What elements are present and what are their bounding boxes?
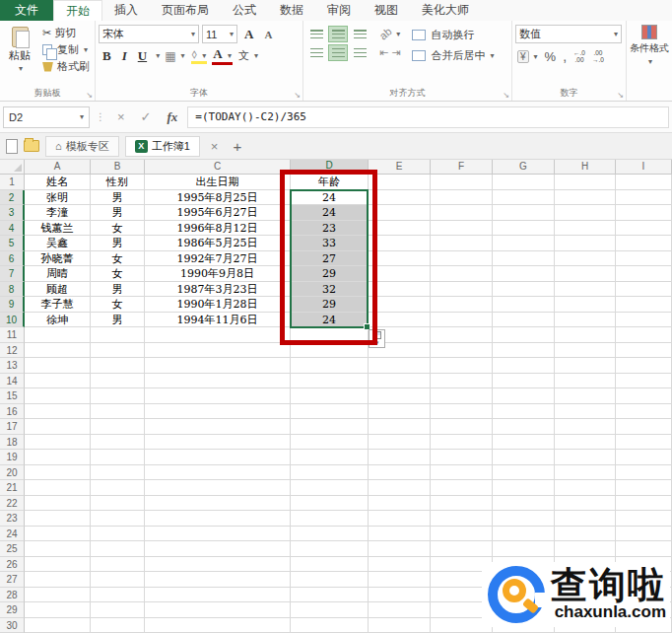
cell-G13[interactable] <box>493 358 555 374</box>
cell-H2[interactable] <box>555 190 616 206</box>
cell-I20[interactable] <box>616 465 672 481</box>
cell-I2[interactable] <box>616 190 672 206</box>
cell-C9[interactable]: 1990年1月28日 <box>145 297 291 313</box>
tab-page-layout[interactable]: 页面布局 <box>150 0 221 21</box>
clipboard-dialog-launcher[interactable]: ↘ <box>86 91 93 100</box>
cell-I16[interactable] <box>616 404 672 420</box>
row-header-3[interactable]: 3 <box>0 205 25 221</box>
cell-C23[interactable] <box>145 511 291 527</box>
cell-E3[interactable] <box>369 205 431 221</box>
cell-C1[interactable]: 出生日期 <box>145 175 291 190</box>
cell-D12[interactable] <box>291 343 369 359</box>
cell-C11[interactable] <box>145 327 291 343</box>
row-header-29[interactable]: 29 <box>0 602 25 618</box>
cell-B24[interactable] <box>91 527 145 542</box>
column-header-I[interactable]: I <box>616 160 672 175</box>
cell-G14[interactable] <box>493 374 555 389</box>
cell-F20[interactable] <box>431 465 493 481</box>
cell-G21[interactable] <box>493 480 555 496</box>
insert-function-button[interactable]: fx <box>162 109 184 125</box>
cell-F14[interactable] <box>431 374 493 389</box>
tab-beautify-master[interactable]: 美化大师 <box>410 0 481 21</box>
cell-A2[interactable]: 张明 <box>25 190 91 206</box>
tab-data[interactable]: 数据 <box>268 0 315 21</box>
cell-C4[interactable]: 1996年8月12日 <box>145 221 291 237</box>
column-header-A[interactable]: A <box>25 160 91 175</box>
row-header-6[interactable]: 6 <box>0 251 25 267</box>
cell-A17[interactable] <box>25 419 91 435</box>
cell-A1[interactable]: 姓名 <box>25 175 91 190</box>
cell-A14[interactable] <box>25 374 91 389</box>
cell-G17[interactable] <box>493 419 555 435</box>
cell-B20[interactable] <box>91 465 145 481</box>
formula-input[interactable]: =(TODAY()-C2)/365 <box>187 106 669 128</box>
cell-C20[interactable] <box>145 465 291 481</box>
cell-B28[interactable] <box>91 588 145 603</box>
cell-H13[interactable] <box>555 358 616 374</box>
cell-F4[interactable] <box>431 221 493 237</box>
cell-E9[interactable] <box>369 297 431 313</box>
cell-E21[interactable] <box>369 480 431 496</box>
cell-A8[interactable]: 顾超 <box>25 282 91 298</box>
cell-B29[interactable] <box>91 602 145 618</box>
cell-B22[interactable] <box>91 496 145 512</box>
cell-B19[interactable] <box>91 450 145 465</box>
cell-H20[interactable] <box>555 465 616 481</box>
cell-C10[interactable]: 1994年11月6日 <box>145 313 291 328</box>
cell-D25[interactable] <box>291 541 369 557</box>
cell-H15[interactable] <box>555 388 616 404</box>
cell-I22[interactable] <box>616 496 672 512</box>
cell-G16[interactable] <box>493 404 555 420</box>
cell-A20[interactable] <box>25 465 91 481</box>
enter-button[interactable]: ✓ <box>135 109 158 124</box>
cell-C13[interactable] <box>145 358 291 374</box>
align-center-button[interactable] <box>328 44 348 61</box>
row-header-22[interactable]: 22 <box>0 496 25 512</box>
cell-H1[interactable] <box>555 175 616 190</box>
cell-F17[interactable] <box>431 419 493 435</box>
conditional-formatting-button[interactable]: 条件格式 ▾ <box>627 21 672 101</box>
cell-C8[interactable]: 1987年3月23日 <box>145 282 291 298</box>
column-header-G[interactable]: G <box>493 160 555 175</box>
cell-B2[interactable]: 男 <box>91 190 145 206</box>
cell-G5[interactable] <box>493 236 555 251</box>
cell-I7[interactable] <box>616 266 672 282</box>
increase-font-size-button[interactable]: A <box>240 27 257 42</box>
cell-F24[interactable] <box>431 527 493 542</box>
tab-review[interactable]: 审阅 <box>315 0 363 21</box>
cell-C18[interactable] <box>145 435 291 451</box>
cell-B26[interactable] <box>91 557 145 573</box>
cell-F11[interactable] <box>431 327 493 343</box>
row-header-11[interactable]: 11 <box>0 327 25 343</box>
cell-G12[interactable] <box>493 343 555 359</box>
cell-F10[interactable] <box>431 313 493 328</box>
cell-I5[interactable] <box>616 236 672 251</box>
tab-home[interactable]: 开始 <box>53 0 102 21</box>
column-header-H[interactable]: H <box>555 160 616 175</box>
row-header-14[interactable]: 14 <box>0 374 25 389</box>
cell-D2[interactable]: 24 <box>291 190 369 206</box>
cell-D6[interactable]: 27 <box>291 251 369 267</box>
cell-F15[interactable] <box>431 388 493 404</box>
cell-F1[interactable] <box>431 175 493 190</box>
cell-E24[interactable] <box>369 527 431 542</box>
cell-A15[interactable] <box>25 388 91 404</box>
cell-B15[interactable] <box>91 388 145 404</box>
cell-C24[interactable] <box>145 527 291 542</box>
column-header-E[interactable]: E <box>369 160 431 175</box>
cell-C16[interactable] <box>145 404 291 420</box>
cell-A23[interactable] <box>25 511 91 527</box>
cell-H21[interactable] <box>555 480 616 496</box>
cell-D24[interactable] <box>291 527 369 542</box>
align-right-button[interactable] <box>350 44 370 61</box>
cell-G8[interactable] <box>493 282 555 298</box>
row-header-2[interactable]: 2 <box>0 190 25 206</box>
cell-F6[interactable] <box>431 251 493 267</box>
cell-A27[interactable] <box>25 572 91 588</box>
cell-C28[interactable] <box>145 588 291 603</box>
cell-D7[interactable]: 29 <box>291 266 369 282</box>
cell-F9[interactable] <box>431 297 493 313</box>
font-family-combobox[interactable]: 宋体 ▾ <box>99 25 199 43</box>
cell-I12[interactable] <box>616 343 672 359</box>
cell-H7[interactable] <box>555 266 616 282</box>
